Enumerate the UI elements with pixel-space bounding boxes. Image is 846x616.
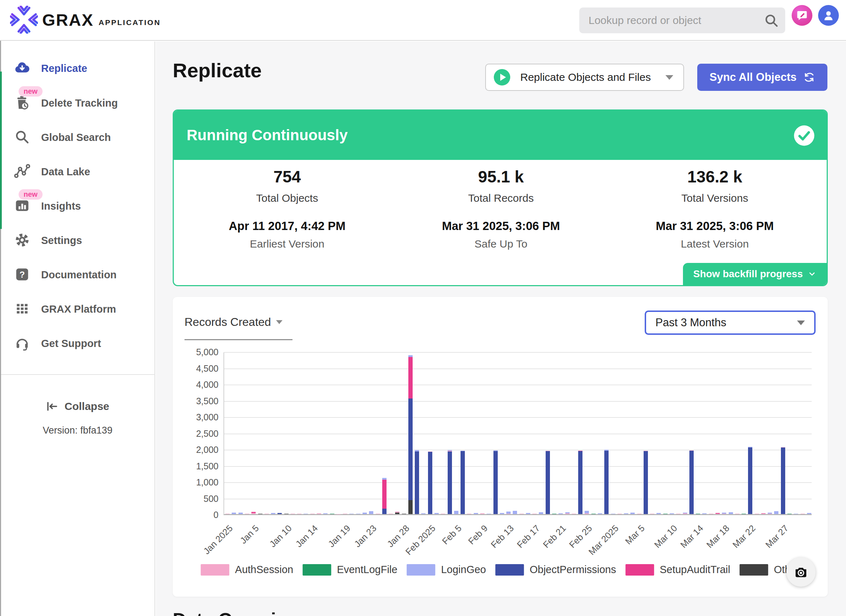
bar-segment-authsession [480, 513, 485, 514]
legend-item-setupaudittrail: SetupAuditTrail [626, 564, 730, 576]
bar-mar-25 [768, 513, 772, 514]
bar-segment-authsession [506, 514, 511, 514]
top-header: GRAX APPLICATION [0, 0, 846, 41]
bar-segment-authsession [565, 513, 570, 514]
collapse-sidebar-button[interactable]: Collapse [0, 400, 155, 413]
bar-jan-3 [238, 513, 243, 514]
bar-segment-other [408, 500, 413, 514]
bar-segment-objectpermissions [428, 452, 432, 514]
grax-logo-icon [10, 6, 38, 34]
bar-feb-26 [591, 514, 596, 514]
sidebar-item-label: Insights [41, 194, 81, 218]
play-icon [494, 69, 510, 85]
bar-segment-logingeo [474, 513, 478, 514]
y-axis-tick-label: 500 [179, 494, 219, 504]
stat-date-label: Safe Up To [426, 238, 576, 250]
bar-feb-1 [428, 451, 432, 514]
stat-label: Total Versions [640, 192, 790, 204]
stat-date: Apr 11 2017, 4:42 PM [212, 219, 362, 233]
brand-suffix: APPLICATION [99, 18, 161, 27]
bar-segment-authsession [343, 514, 347, 514]
user-avatar[interactable] [818, 5, 839, 26]
date-range-select[interactable]: Past 3 Months [645, 310, 816, 335]
bar-segment-authsession [755, 514, 759, 514]
sidebar-item-get-support[interactable]: Get Support [0, 332, 154, 355]
bar-jan-11 [291, 514, 295, 514]
status-banner: Running Continuously [174, 110, 827, 160]
lookup-input[interactable] [579, 7, 785, 33]
bar-segment-objectpermissions [546, 451, 550, 514]
bar-segment-setupaudittrail [382, 480, 386, 509]
legend-label: EventLogFile [337, 564, 397, 576]
y-axis-tick-label: 5,000 [179, 347, 219, 357]
sidebar-item-global-search[interactable]: Global Search [0, 126, 154, 149]
bar-segment-authsession [709, 514, 713, 514]
show-backfill-progress-button[interactable]: Show backfill progress [683, 263, 827, 285]
feedback-button[interactable] [792, 5, 812, 26]
legend-swatch [201, 564, 229, 576]
y-axis-tick-label: 4,500 [179, 363, 219, 374]
bar-segment-objectpermissions [494, 451, 498, 514]
sidebar-item-data-lake[interactable]: Data Lake [0, 160, 154, 184]
sidebar-item-settings[interactable]: Settings [0, 229, 154, 252]
stat-value: 754 [212, 167, 362, 187]
bar-segment-logingeo [558, 513, 563, 514]
version-text: Version: fbfa139 [0, 425, 155, 436]
bar-segment-eventlogfile [552, 514, 557, 514]
bar-feb-8 [474, 513, 478, 514]
bar-feb-11 [494, 450, 498, 514]
stat-total-versions: 136.2 k Total Versions Mar 31 2025, 3:06… [640, 167, 790, 250]
sidebar-item-delete-tracking[interactable]: new Delete Tracking [0, 91, 154, 115]
bar-jan-1 [225, 514, 229, 514]
bar-feb-27 [598, 513, 602, 514]
bar-segment-logingeo [435, 513, 439, 514]
replicate-mode-dropdown[interactable]: Replicate Objects and Files [485, 64, 684, 91]
sync-all-objects-button[interactable]: Sync All Objects [697, 64, 827, 91]
status-check-icon [793, 125, 815, 148]
stat-value: 136.2 k [640, 167, 790, 187]
chart-screenshot-button[interactable] [786, 557, 816, 587]
bar-feb-21 [558, 513, 563, 514]
bar-segment-logingeo [585, 511, 589, 513]
bar-feb-13 [506, 512, 511, 514]
bar-segment-authsession [245, 514, 249, 514]
bar-segment-authsession [637, 514, 642, 514]
bar-mar-2 [617, 514, 622, 514]
bar-segment-logingeo [487, 514, 491, 514]
bar-segment-logingeo [323, 513, 328, 514]
bar-mar-23 [755, 514, 759, 514]
camera-icon [794, 565, 808, 579]
bar-mar-31 [807, 513, 811, 514]
bar-mar-5 [637, 514, 642, 514]
sidebar-item-label: Get Support [41, 332, 101, 355]
gridline [224, 385, 812, 385]
y-axis-tick-label: 3,000 [179, 412, 219, 422]
sidebar-item-grax-platform[interactable]: GRAX Platform [0, 297, 154, 321]
bar-mar-16 [709, 514, 713, 514]
bar-segment-objectpermissions [461, 451, 465, 514]
status-title: Running Continuously [187, 126, 348, 144]
stacked-bar-chart: 05001,0001,5002,0002,5003,0003,5004,0004… [223, 352, 812, 515]
sidebar-item-replicate[interactable]: Replicate [0, 56, 154, 80]
bar-segment-logingeo [421, 513, 426, 514]
legend-label: SetupAuditTrail [660, 564, 730, 576]
gridline [224, 434, 812, 434]
bar-feb-20 [552, 514, 557, 514]
bar-mar-9 [663, 514, 668, 514]
bar-segment-logingeo [363, 513, 367, 514]
svg-text:?: ? [20, 270, 25, 279]
bar-segment-eventlogfile [591, 514, 596, 514]
bar-mar-8 [657, 513, 661, 514]
feedback-icon [796, 10, 808, 21]
bar-mar-6 [643, 451, 648, 514]
sidebar-item-label: Global Search [41, 126, 111, 149]
new-badge: new [19, 189, 43, 200]
sidebar-item-insights[interactable]: new Insights [0, 194, 154, 218]
sidebar-item-documentation[interactable]: ? Documentation [0, 263, 154, 287]
metric-selector-dropdown[interactable]: Records Created [185, 316, 282, 329]
bar-segment-objectpermissions [448, 451, 452, 514]
bar-feb-12 [500, 513, 504, 514]
legend-swatch [303, 564, 331, 576]
chart-legend: AuthSessionEventLogFileLoginGeoObjectPer… [201, 564, 799, 576]
bar-feb-28 [604, 450, 609, 514]
